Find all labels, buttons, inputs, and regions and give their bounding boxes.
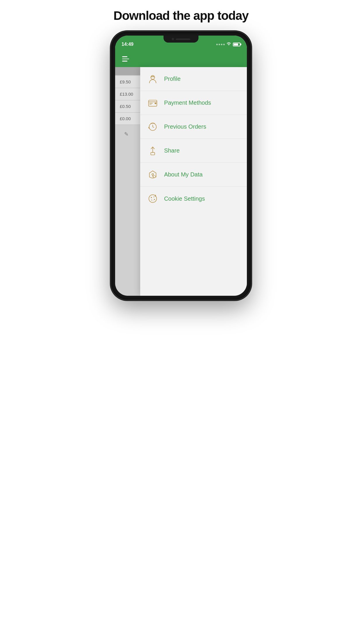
svg-point-17 [153,201,153,201]
wifi-icon [226,42,231,47]
drawer-item-profile[interactable]: Profile [140,67,247,91]
phone-mockup: 14:49 [111,32,251,300]
camera [172,38,174,40]
page-headline: Download the app today [113,9,248,23]
svg-rect-2 [155,103,157,104]
signal-dot-1 [216,44,218,45]
wallet-icon [147,97,158,108]
profile-icon [147,74,158,85]
profile-label: Profile [164,76,181,82]
battery-fill [234,43,238,46]
hamburger-menu-button[interactable] [120,55,131,63]
main-content: £9.50 £13.00 £0.50 £0.00 ✎ [115,67,247,296]
signal-dot-2 [219,44,220,45]
drawer-item-share[interactable]: Share [140,139,247,163]
about-my-data-label: About My Data [164,171,203,178]
svg-point-18 [155,195,156,196]
svg-text:+: + [154,176,155,178]
orders-icon [147,121,158,132]
app-header [115,51,247,67]
speaker [176,38,190,40]
svg-point-16 [151,200,152,200]
previous-orders-label: Previous Orders [164,123,206,130]
signal-dot-4 [223,44,225,45]
svg-point-15 [154,199,155,200]
svg-point-14 [153,197,154,197]
share-label: Share [164,147,180,154]
menu-line-3 [122,61,127,62]
cookie-settings-label: Cookie Settings [164,195,205,202]
cookie-icon [147,193,158,204]
menu-line-2 [122,59,129,60]
svg-rect-6 [151,152,154,155]
phone-screen: 14:49 [115,36,247,296]
payment-methods-label: Payment Methods [164,99,211,106]
signal-dots [216,44,225,45]
drawer-item-about-my-data[interactable]: + About My Data [140,163,247,187]
share-icon [147,145,158,156]
nav-drawer: Profile Payment Methods [140,67,247,296]
drawer-item-payment-methods[interactable]: Payment Methods [140,91,247,115]
battery-icon [233,43,240,46]
status-bar: 14:49 [115,36,247,51]
bg-edit-button: ✎ [120,128,133,141]
drawer-item-previous-orders[interactable]: Previous Orders [140,115,247,139]
status-icons [216,42,240,47]
svg-point-13 [151,197,152,198]
data-icon: + [147,169,158,180]
svg-point-0 [151,75,154,79]
notch [164,36,198,43]
menu-line-1 [122,56,127,57]
drawer-item-cookie-settings[interactable]: Cookie Settings [140,187,247,211]
status-time: 14:49 [122,42,133,47]
signal-dot-3 [221,44,222,45]
